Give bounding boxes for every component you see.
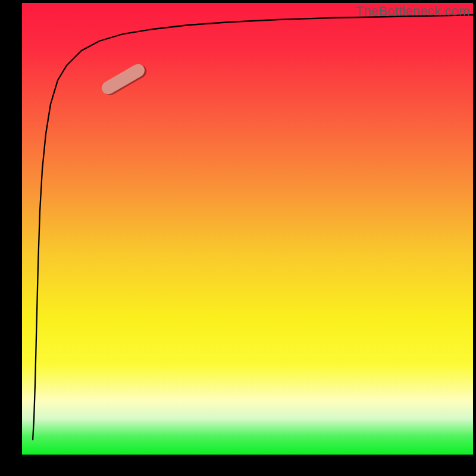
attribution-text: TheBottleneck.com bbox=[356, 4, 470, 19]
frame-left bbox=[0, 0, 22, 476]
gradient-background bbox=[22, 3, 473, 455]
frame-bottom bbox=[0, 455, 476, 476]
frame-right bbox=[473, 0, 476, 476]
frame-top bbox=[0, 0, 476, 3]
